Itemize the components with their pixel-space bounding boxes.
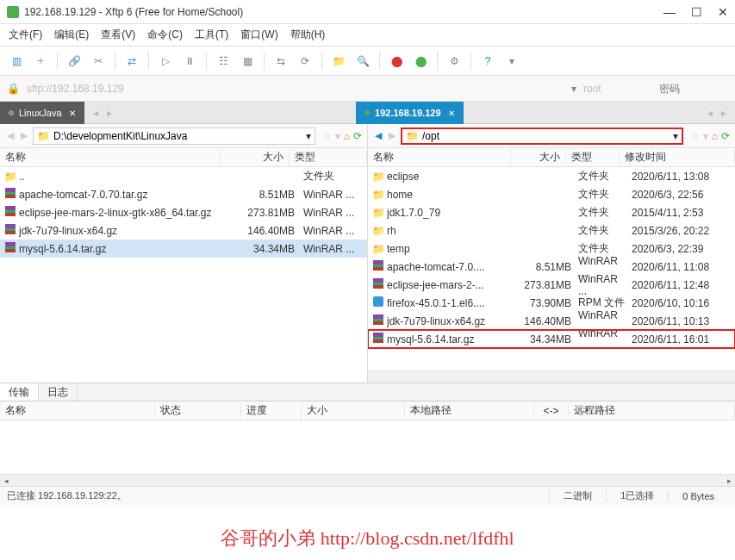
new-icon[interactable]: ▥ — [7, 52, 26, 71]
file-row[interactable]: firefox-45.0.1-1.el6....73.90MBRPM 文件202… — [368, 294, 735, 312]
local-path-dropdown-icon[interactable]: ▾ — [306, 130, 311, 142]
refresh-icon[interactable]: ⟳ — [721, 130, 730, 142]
log-col-arrow[interactable]: <-> — [534, 405, 569, 417]
remote-fwd-icon[interactable]: ▶ — [387, 130, 397, 141]
tab-next-icon[interactable]: ▸ — [107, 107, 112, 119]
sftp-input[interactable] — [27, 83, 564, 95]
menu-command[interactable]: 命令(C) — [147, 28, 183, 42]
log-col-remotepath[interactable]: 远程路径 — [569, 403, 735, 418]
transfer-icon[interactable]: ⇄ — [122, 52, 141, 71]
log-hscroll[interactable]: ◂▸ — [0, 474, 735, 486]
password-input[interactable] — [659, 83, 728, 95]
file-row[interactable]: 📁jdk1.7.0_79文件夹2015/4/11, 2:53 — [368, 203, 735, 221]
user-input[interactable] — [583, 83, 652, 95]
file-row[interactable]: mysql-5.6.14.tar.gz34.34MBWinRAR ... — [0, 240, 367, 258]
file-row[interactable]: 📁temp文件夹2020/6/3, 22:39 — [368, 240, 735, 258]
remote-scrollbar[interactable] — [368, 370, 735, 383]
gear-icon[interactable]: ⚙ — [445, 52, 464, 71]
col-size[interactable]: 大小 — [221, 150, 290, 165]
tab-local[interactable]: LinuxJava ✕ — [0, 102, 84, 124]
local-file-list[interactable]: 📁..文件夹apache-tomcat-7.0.70.tar.gz8.51MBW… — [0, 167, 367, 383]
link-icon[interactable]: 🔗 — [65, 52, 84, 71]
tab-remote[interactable]: 192.168.19.129 ✕ — [356, 102, 463, 124]
file-row[interactable]: apache-tomcat-7.0....8.51MBWinRAR ...202… — [368, 258, 735, 276]
file-row[interactable]: 📁eclipse文件夹2020/6/11, 13:08 — [368, 167, 735, 185]
local-back-icon[interactable]: ◀ — [5, 130, 16, 141]
local-path-box[interactable]: 📁 ▾ — [33, 128, 315, 145]
add-icon[interactable]: ＋ — [31, 52, 50, 71]
menu-help[interactable]: 帮助(H) — [290, 28, 326, 42]
log-col-size[interactable]: 大小 — [302, 403, 405, 418]
address-dropdown-icon[interactable]: ▾ — [571, 83, 576, 95]
home-icon[interactable]: ⌂ — [712, 130, 718, 142]
log-col-name[interactable]: 名称 — [0, 403, 155, 418]
file-row[interactable]: 📁home文件夹2020/6/3, 22:56 — [368, 185, 735, 203]
home-icon[interactable]: ⌂ — [344, 130, 350, 142]
file-row[interactable]: eclipse-jee-mars-2-...273.81MBWinRAR ...… — [368, 276, 735, 294]
col-name[interactable]: 名称 — [368, 150, 511, 165]
log-tab-log[interactable]: 日志 — [39, 383, 78, 401]
grid-icon[interactable]: ▦ — [238, 52, 257, 71]
remote-file-list[interactable]: 📁eclipse文件夹2020/6/11, 13:08📁home文件夹2020/… — [368, 167, 735, 370]
star-icon[interactable]: ☆ — [322, 130, 332, 142]
folder-icon[interactable]: 📁 — [329, 52, 348, 71]
col-date[interactable]: 修改时间 — [620, 150, 735, 165]
stop-icon[interactable]: ⬤ — [387, 52, 406, 71]
col-size[interactable]: 大小 — [511, 150, 566, 165]
remote-path-input[interactable] — [422, 130, 670, 142]
close-button[interactable]: ✕ — [718, 5, 728, 19]
disconnect-icon[interactable]: ✂ — [89, 52, 108, 71]
file-size: 73.90MB — [516, 297, 571, 309]
menu-tools[interactable]: 工具(T) — [195, 28, 228, 42]
menu-file[interactable]: 文件(F) — [9, 28, 42, 42]
local-path-input[interactable] — [53, 130, 302, 142]
log-tab-transfer[interactable]: 传输 — [0, 383, 39, 401]
col-type[interactable]: 类型 — [566, 150, 620, 165]
log-col-status[interactable]: 状态 — [155, 403, 241, 418]
list-icon[interactable]: ☷ — [214, 52, 233, 71]
help-icon[interactable]: ? — [478, 52, 497, 71]
swap-icon[interactable]: ⇆ — [271, 52, 290, 71]
file-row[interactable]: 📁rh文件夹2015/3/26, 20:22 — [368, 221, 735, 240]
tab-prev-icon[interactable]: ◂ — [93, 107, 98, 119]
sync-icon[interactable]: ⟳ — [296, 52, 315, 71]
file-row[interactable]: apache-tomcat-7.0.70.tar.gz8.51MBWinRAR … — [0, 185, 367, 203]
tab-local-close-icon[interactable]: ✕ — [69, 109, 76, 118]
rtab-prev-icon[interactable]: ◂ — [707, 107, 713, 119]
file-type: WinRAR ... — [295, 207, 367, 219]
col-name[interactable]: 名称 — [0, 150, 221, 165]
file-date: 2015/4/11, 2:53 — [625, 207, 735, 219]
local-pane: ◀ ▶ 📁 ▾ ☆▾ ⌂ ⟳ 名称 大小 类型 📁..文件夹apache-tom… — [0, 124, 368, 383]
rtab-next-icon[interactable]: ▸ — [721, 107, 726, 119]
menu-window[interactable]: 窗口(W) — [240, 28, 277, 42]
file-row[interactable]: jdk-7u79-linux-x64.gz146.40MBWinRAR ...2… — [368, 312, 735, 330]
dropdown-icon[interactable]: ▾ — [502, 52, 521, 71]
tab-remote-close-icon[interactable]: ✕ — [448, 109, 455, 118]
file-name: jdk-7u79-linux-x64.gz — [387, 315, 516, 327]
file-type: 文件夹 — [295, 169, 367, 184]
refresh-icon[interactable]: ⟳ — [353, 130, 362, 142]
file-name: home — [387, 189, 516, 201]
star-icon[interactable]: ☆ — [690, 130, 700, 142]
col-type[interactable]: 类型 — [290, 150, 367, 165]
file-row[interactable]: eclipse-jee-mars-2-linux-gtk-x86_64.tar.… — [0, 203, 367, 221]
maximize-button[interactable]: ☐ — [691, 5, 702, 19]
file-size: 146.40MB — [226, 225, 295, 237]
menu-edit[interactable]: 编辑(E) — [54, 28, 89, 42]
remote-path-box[interactable]: 📁 ▾ — [401, 128, 683, 145]
file-row[interactable]: 📁..文件夹 — [0, 167, 367, 185]
remote-back-icon[interactable]: ◀ — [373, 130, 383, 141]
remote-path-dropdown-icon[interactable]: ▾ — [673, 130, 678, 142]
pause-icon[interactable]: ⏸ — [180, 52, 199, 71]
search-icon[interactable]: 🔍 — [353, 52, 372, 71]
menu-view[interactable]: 查看(V) — [101, 28, 135, 42]
status-icon[interactable]: ⬤ — [411, 52, 430, 71]
log-col-progress[interactable]: 进度 — [241, 403, 302, 418]
play-icon[interactable]: ▷ — [156, 52, 175, 71]
local-dot-icon — [9, 110, 14, 115]
file-row[interactable]: mysql-5.6.14.tar.gz34.34MBWinRAR ...2020… — [368, 330, 735, 348]
minimize-button[interactable]: — — [663, 5, 676, 19]
log-col-localpath[interactable]: 本地路径 — [405, 403, 534, 418]
file-row[interactable]: jdk-7u79-linux-x64.gz146.40MBWinRAR ... — [0, 221, 367, 240]
local-fwd-icon[interactable]: ▶ — [19, 130, 29, 141]
